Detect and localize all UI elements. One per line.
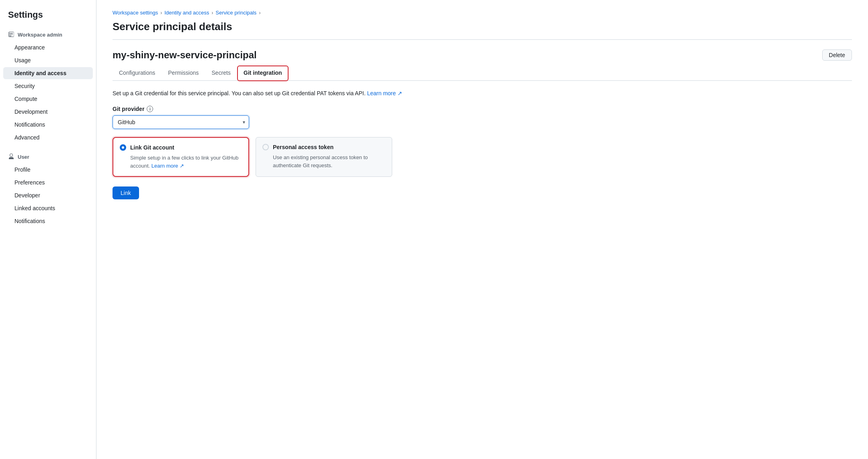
radio-card-link-git-desc: Simple setup in a few clicks to link you… [120, 154, 242, 170]
git-provider-select[interactable]: GitHub GitLab Azure DevOps [113, 115, 249, 129]
workspace-section-label: Workspace admin [18, 32, 62, 38]
user-section-header: User [0, 150, 96, 163]
sidebar-item-appearance[interactable]: Appearance [3, 41, 93, 53]
git-provider-select-wrapper: GitHub GitLab Azure DevOps ▾ [113, 115, 249, 129]
tab-permissions[interactable]: Permissions [162, 66, 205, 81]
sidebar-item-usage[interactable]: Usage [3, 54, 93, 66]
sidebar-title: Settings [0, 10, 96, 28]
tabs: Configurations Permissions Secrets Git i… [113, 66, 852, 81]
radio-card-pat-title: Personal access token [273, 144, 334, 150]
breadcrumb-identity-access[interactable]: Identity and access [164, 10, 209, 16]
sidebar: Settings Workspace admin Appearance Usag… [0, 0, 96, 459]
breadcrumb-service-principals[interactable]: Service principals [216, 10, 257, 16]
radio-options: Link Git account Simple setup in a few c… [113, 137, 852, 177]
radio-btn-link-git[interactable] [120, 144, 126, 151]
breadcrumb-sep-2: › [212, 10, 213, 16]
sidebar-item-compute[interactable]: Compute [3, 93, 93, 105]
radio-card-pat[interactable]: Personal access token Use an existing pe… [256, 137, 392, 177]
title-divider [113, 39, 852, 40]
workspace-icon [8, 31, 14, 38]
workspace-section-header: Workspace admin [0, 28, 96, 41]
learn-more-link[interactable]: Learn more ↗ [367, 90, 402, 96]
user-icon [8, 154, 14, 160]
sidebar-item-user-notifications[interactable]: Notifications [3, 215, 93, 227]
sidebar-item-preferences[interactable]: Preferences [3, 176, 93, 189]
sp-header-row: my-shiny-new-service-principal Delete [113, 49, 852, 66]
page-title: Service principal details [113, 20, 852, 33]
sidebar-item-profile[interactable]: Profile [3, 164, 93, 176]
radio-card-pat-desc: Use an existing personal access token to… [262, 154, 385, 169]
radio-btn-pat[interactable] [262, 144, 269, 150]
link-git-learn-more[interactable]: Learn more ↗ [151, 163, 184, 169]
breadcrumb: Workspace settings › Identity and access… [113, 10, 852, 16]
link-button[interactable]: Link [113, 186, 139, 199]
sidebar-item-notifications[interactable]: Notifications [3, 119, 93, 131]
tab-git-integration[interactable]: Git integration [237, 66, 289, 81]
sidebar-item-development[interactable]: Development [3, 106, 93, 118]
user-section-label: User [18, 154, 29, 160]
sidebar-item-linked-accounts[interactable]: Linked accounts [3, 202, 93, 214]
breadcrumb-sep-3: › [259, 10, 260, 16]
radio-card-link-git[interactable]: Link Git account Simple setup in a few c… [113, 137, 249, 177]
sidebar-item-developer[interactable]: Developer [3, 189, 93, 201]
radio-card-link-git-header: Link Git account [120, 144, 242, 151]
git-provider-info-icon[interactable]: i [147, 106, 153, 112]
radio-card-link-git-title: Link Git account [130, 144, 174, 151]
sidebar-item-security[interactable]: Security [3, 80, 93, 92]
sp-name: my-shiny-new-service-principal [113, 49, 257, 61]
delete-button[interactable]: Delete [822, 49, 852, 61]
tab-configurations[interactable]: Configurations [113, 66, 162, 81]
breadcrumb-sep-1: › [160, 10, 162, 16]
radio-card-pat-header: Personal access token [262, 144, 385, 150]
git-provider-label: Git provider i [113, 106, 852, 112]
main-content: Workspace settings › Identity and access… [96, 0, 868, 459]
sidebar-item-advanced[interactable]: Advanced [3, 131, 93, 143]
tab-secrets[interactable]: Secrets [205, 66, 237, 81]
breadcrumb-workspace-settings[interactable]: Workspace settings [113, 10, 158, 16]
git-integration-description: Set up a Git credential for this service… [113, 89, 852, 98]
sidebar-item-identity-and-access[interactable]: Identity and access [3, 67, 93, 79]
